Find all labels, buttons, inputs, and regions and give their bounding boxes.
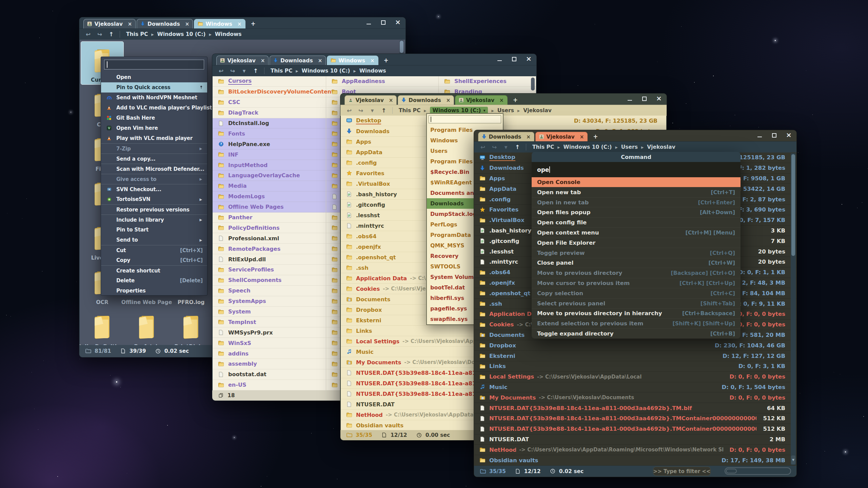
back-icon[interactable]: ↩ — [217, 67, 225, 74]
breadcrumb-item[interactable]: Vjekoslav — [523, 107, 551, 114]
menu-item-give-access-to[interactable]: Give access to▶ — [101, 174, 207, 184]
grid-tile[interactable]: Prefetch — [125, 308, 168, 345]
tab-close-icon[interactable]: × — [128, 21, 132, 27]
breadcrumb-item[interactable]: Windows — [359, 68, 386, 74]
tab-vjekoslav[interactable]: Vjekoslav× — [83, 19, 136, 28]
progress-slider[interactable] — [725, 467, 791, 475]
forward-icon[interactable]: ↪ — [356, 107, 365, 114]
file-row[interactable]: Cursors — [213, 76, 326, 87]
command-item-extend-selection-to-previous-item[interactable]: Extend selection to previous item[Shift+… — [532, 318, 741, 328]
file-row[interactable]: DropboxD: 230, F: 1043, 46 GB — [474, 340, 796, 351]
file-row[interactable]: NTUSER.DAT{53b39e88-18c4-11ea-a811-000d3… — [474, 424, 796, 434]
breadcrumb-item[interactable]: This PC — [532, 144, 554, 150]
file-row[interactable]: EksterniD: 12, F: 127, 12 GB — [474, 351, 796, 361]
file-row[interactable]: LinksD: 0, F: 3, 1 KB — [474, 361, 796, 372]
breadcrumb-item[interactable]: Users — [621, 144, 638, 150]
up-icon[interactable]: ↑ — [379, 107, 388, 114]
context-menu-filter-input[interactable] — [104, 60, 204, 69]
file-row[interactable]: Media — [213, 181, 326, 191]
grid-tile[interactable]: PrintDialog — [170, 308, 213, 345]
tab-close-icon[interactable]: × — [237, 21, 242, 27]
command-item-open-file-explorer[interactable]: Open File Explorer — [532, 238, 741, 248]
history-dropdown-icon[interactable]: ▾ — [501, 144, 510, 150]
menu-item-cut[interactable]: Cut[Ctrl+X] — [101, 245, 207, 255]
forward-icon[interactable]: ↪ — [95, 31, 104, 38]
minimize-button[interactable] — [757, 133, 763, 138]
back-icon[interactable]: ↩ — [84, 31, 93, 38]
file-row[interactable]: RtlExUpd.dll — [213, 254, 326, 265]
command-item-copy-selection[interactable]: Copy selection[Ctrl+C] — [532, 288, 741, 298]
scrollbar-thumb[interactable] — [531, 78, 535, 90]
file-row[interactable]: ShellExperiences — [439, 76, 536, 87]
command-item-open-context-menu[interactable]: Open context menu[Ctrl+M] [Menu] — [532, 227, 741, 238]
file-row[interactable]: WMSysPr9.prx — [213, 327, 326, 338]
command-item-toggle-preview[interactable]: Toggle preview[Ctrl+Q] — [532, 248, 741, 258]
menu-item-scan-with-microsoft-defender[interactable]: Scan with Microsoft Defender... — [101, 164, 207, 174]
scrollbar-thumb[interactable] — [400, 41, 403, 53]
breadcrumb-item[interactable]: Vjekoslav — [647, 144, 675, 150]
command-item-open-console[interactable]: Open Console — [532, 177, 741, 187]
history-dropdown-icon[interactable]: ▾ — [240, 67, 249, 74]
forward-icon[interactable]: ↪ — [228, 67, 237, 74]
menu-item-open-vim-here[interactable]: VOpen Vim here — [101, 123, 207, 133]
menu-item-add-to-vlc-media-player-s-playlist[interactable]: Add to VLC media player's Playlist — [101, 103, 207, 113]
file-row[interactable]: Fonts — [213, 128, 326, 139]
menu-item-send-to[interactable]: Send to▶ — [101, 235, 207, 245]
file-row[interactable]: SystemApps — [213, 296, 326, 307]
history-dropdown-icon[interactable]: ▾ — [368, 107, 377, 114]
up-icon[interactable]: ↑ — [107, 31, 116, 38]
command-item-open-in-new-tab[interactable]: Open in new tab[Ctrl+Enter] — [532, 197, 741, 207]
file-row[interactable]: InputMethod — [213, 160, 326, 170]
file-row[interactable]: RemotePackages — [213, 244, 326, 254]
breadcrumb-item[interactable]: Windows 10 (C:) — [302, 68, 350, 74]
file-row[interactable]: CSC — [213, 97, 326, 108]
up-icon[interactable]: ↑ — [251, 67, 260, 74]
breadcrumb-item[interactable]: This PC — [126, 31, 148, 37]
close-button[interactable]: × — [786, 133, 792, 138]
tab-vjekoslav[interactable]: Vjekoslav× — [535, 132, 588, 141]
command-item-close-panel[interactable]: Close panel[Ctrl+W] — [532, 258, 741, 268]
close-button[interactable]: × — [395, 20, 401, 25]
dropdown-filter-input[interactable] — [429, 115, 501, 123]
file-row[interactable]: NTUSER.DAT2 MB — [474, 434, 796, 445]
file-row[interactable]: Professional.xml — [213, 233, 326, 244]
close-button[interactable]: × — [526, 57, 532, 62]
tab-close-icon[interactable]: × — [446, 97, 451, 103]
tab-windows[interactable]: Windows× — [327, 56, 378, 65]
file-row[interactable]: BitLockerDiscoveryVolumeContents — [213, 87, 326, 97]
grid-tile[interactable]: PolicyDefinitions — [81, 308, 124, 345]
maximize-button[interactable] — [771, 133, 777, 138]
tab-close-icon[interactable]: × — [389, 97, 393, 103]
breadcrumb-item[interactable]: This PC — [271, 68, 292, 74]
titlebar[interactable]: Downloads×Vjekoslav×+ × — [474, 130, 796, 141]
new-tab-button[interactable]: + — [379, 56, 393, 65]
menu-item-copy[interactable]: Copy[Ctrl+C] — [101, 255, 207, 265]
titlebar[interactable]: Vjekoslav×Downloads×Vjekoslav×+ × — [340, 94, 667, 105]
menu-item-restore-previous-versions[interactable]: Restore previous versions — [101, 204, 207, 215]
maximize-button[interactable] — [642, 96, 647, 101]
slider-knob[interactable] — [726, 469, 737, 473]
menu-item-pin-to-start[interactable]: Pin to Start — [101, 225, 207, 235]
command-item-toggle-expand-directory[interactable]: Toggle expand directory[Ctrl+B] — [532, 328, 741, 339]
file-row[interactable]: System — [213, 307, 326, 317]
command-item-select-previous-panel[interactable]: Select previous panel[Shift+Tab] — [532, 298, 741, 308]
tab-close-icon[interactable]: × — [185, 21, 190, 27]
menu-item-git-bash-here[interactable]: Git Bash Here — [101, 113, 207, 123]
tab-close-icon[interactable]: × — [526, 134, 531, 140]
tab-close-icon[interactable]: × — [370, 58, 375, 64]
command-item-move-to-previous-directory-in-hierarchy[interactable]: Move to previous directory in hierarchy[… — [532, 308, 741, 319]
maximize-button[interactable] — [511, 57, 517, 62]
breadcrumb-item[interactable]: Windows 10 (C:) — [564, 144, 612, 150]
file-row[interactable]: Offline Web Pages — [213, 202, 326, 212]
back-icon[interactable]: ↩ — [345, 107, 354, 114]
file-row[interactable]: NTUSER.DAT{53b39e88-18c4-11ea-a811-000d3… — [474, 413, 796, 424]
tab-vjekoslav[interactable]: Vjekoslav× — [455, 95, 507, 105]
file-row[interactable]: DiagTrack — [213, 108, 326, 118]
tab-downloads[interactable]: Downloads× — [270, 56, 326, 65]
new-tab-button[interactable]: + — [246, 19, 260, 28]
tab-downloads[interactable]: Downloads× — [478, 132, 534, 141]
file-row[interactable]: INF — [213, 149, 326, 160]
file-row[interactable]: NTUSER.DAT{53b39e88-18c4-11ea-a811-000d3… — [474, 403, 796, 413]
file-row[interactable]: assembly — [213, 359, 326, 369]
menu-item-create-shortcut[interactable]: Create shortcut — [101, 265, 207, 276]
